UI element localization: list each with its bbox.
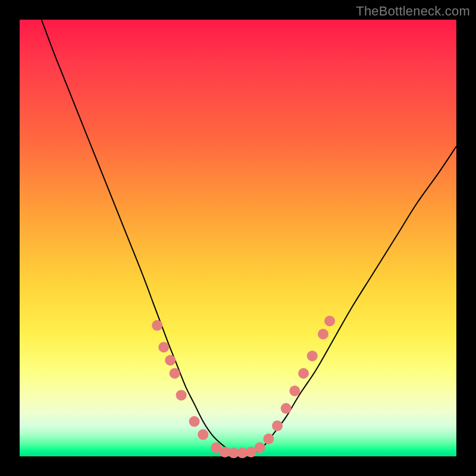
curve-marker [289,386,300,396]
curve-marker [263,434,274,444]
curve-marker [272,421,283,431]
plot-area [20,20,456,456]
curve-marker [158,342,169,353]
curve-markers [152,316,335,459]
watermark-text: TheBottleneck.com [356,4,470,19]
curve-marker [318,329,328,340]
curve-marker [281,403,292,414]
curve-marker [255,442,265,453]
curve-marker [176,390,187,400]
curve-marker [152,320,162,331]
curve-marker [298,368,309,379]
curve-marker [165,355,176,366]
bottleneck-curve [42,20,456,453]
curve-marker [189,416,200,427]
chart-svg [20,20,456,456]
curve-marker [324,316,335,327]
chart-frame: TheBottleneck.com [0,0,476,476]
curve-marker [170,368,180,379]
curve-marker [198,429,208,440]
curve-marker [307,350,318,361]
